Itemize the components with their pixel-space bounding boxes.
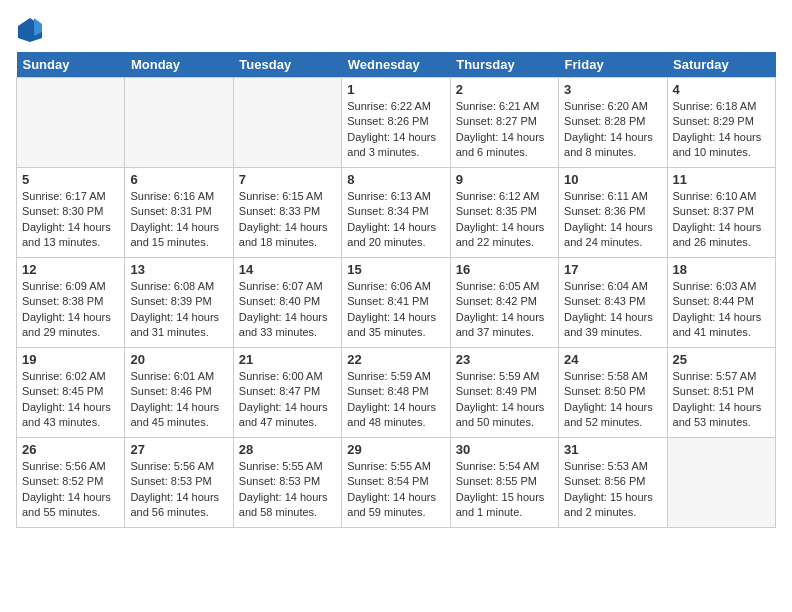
calendar-cell [667, 438, 775, 528]
daylight-label: Daylight: 14 hours and 39 minutes. [564, 311, 653, 338]
sunrise-label: Sunrise: 5:53 AM [564, 460, 648, 472]
day-info: Sunrise: 6:04 AMSunset: 8:43 PMDaylight:… [564, 279, 661, 341]
day-number: 24 [564, 352, 661, 367]
sunrise-label: Sunrise: 6:15 AM [239, 190, 323, 202]
week-row-1: 1Sunrise: 6:22 AMSunset: 8:26 PMDaylight… [17, 78, 776, 168]
day-number: 16 [456, 262, 553, 277]
sunset-label: Sunset: 8:53 PM [239, 475, 320, 487]
daylight-label: Daylight: 14 hours and 22 minutes. [456, 221, 545, 248]
daylight-label: Daylight: 14 hours and 10 minutes. [673, 131, 762, 158]
sunrise-label: Sunrise: 5:55 AM [347, 460, 431, 472]
day-number: 20 [130, 352, 227, 367]
sunset-label: Sunset: 8:44 PM [673, 295, 754, 307]
sunset-label: Sunset: 8:30 PM [22, 205, 103, 217]
day-number: 11 [673, 172, 770, 187]
day-number: 30 [456, 442, 553, 457]
calendar-cell: 30Sunrise: 5:54 AMSunset: 8:55 PMDayligh… [450, 438, 558, 528]
sunrise-label: Sunrise: 6:12 AM [456, 190, 540, 202]
sunset-label: Sunset: 8:45 PM [22, 385, 103, 397]
day-info: Sunrise: 6:15 AMSunset: 8:33 PMDaylight:… [239, 189, 336, 251]
day-number: 22 [347, 352, 444, 367]
calendar-cell: 21Sunrise: 6:00 AMSunset: 8:47 PMDayligh… [233, 348, 341, 438]
calendar-cell: 20Sunrise: 6:01 AMSunset: 8:46 PMDayligh… [125, 348, 233, 438]
sunset-label: Sunset: 8:27 PM [456, 115, 537, 127]
header [16, 16, 776, 44]
calendar-cell: 24Sunrise: 5:58 AMSunset: 8:50 PMDayligh… [559, 348, 667, 438]
sunrise-label: Sunrise: 6:17 AM [22, 190, 106, 202]
day-number: 19 [22, 352, 119, 367]
daylight-label: Daylight: 14 hours and 45 minutes. [130, 401, 219, 428]
daylight-label: Daylight: 14 hours and 56 minutes. [130, 491, 219, 518]
day-info: Sunrise: 6:09 AMSunset: 8:38 PMDaylight:… [22, 279, 119, 341]
day-number: 23 [456, 352, 553, 367]
calendar-cell: 29Sunrise: 5:55 AMSunset: 8:54 PMDayligh… [342, 438, 450, 528]
calendar-cell: 15Sunrise: 6:06 AMSunset: 8:41 PMDayligh… [342, 258, 450, 348]
calendar-cell: 8Sunrise: 6:13 AMSunset: 8:34 PMDaylight… [342, 168, 450, 258]
daylight-label: Daylight: 14 hours and 13 minutes. [22, 221, 111, 248]
day-number: 14 [239, 262, 336, 277]
day-info: Sunrise: 5:57 AMSunset: 8:51 PMDaylight:… [673, 369, 770, 431]
calendar-cell: 16Sunrise: 6:05 AMSunset: 8:42 PMDayligh… [450, 258, 558, 348]
day-header-tuesday: Tuesday [233, 52, 341, 78]
calendar-table: SundayMondayTuesdayWednesdayThursdayFrid… [16, 52, 776, 528]
sunset-label: Sunset: 8:38 PM [22, 295, 103, 307]
day-info: Sunrise: 5:55 AMSunset: 8:53 PMDaylight:… [239, 459, 336, 521]
daylight-label: Daylight: 14 hours and 48 minutes. [347, 401, 436, 428]
sunrise-label: Sunrise: 6:01 AM [130, 370, 214, 382]
daylight-label: Daylight: 14 hours and 35 minutes. [347, 311, 436, 338]
sunrise-label: Sunrise: 6:10 AM [673, 190, 757, 202]
sunset-label: Sunset: 8:42 PM [456, 295, 537, 307]
day-number: 9 [456, 172, 553, 187]
daylight-label: Daylight: 14 hours and 59 minutes. [347, 491, 436, 518]
day-header-wednesday: Wednesday [342, 52, 450, 78]
day-info: Sunrise: 6:02 AMSunset: 8:45 PMDaylight:… [22, 369, 119, 431]
calendar-cell: 4Sunrise: 6:18 AMSunset: 8:29 PMDaylight… [667, 78, 775, 168]
day-number: 7 [239, 172, 336, 187]
day-number: 8 [347, 172, 444, 187]
sunrise-label: Sunrise: 6:00 AM [239, 370, 323, 382]
calendar-cell: 14Sunrise: 6:07 AMSunset: 8:40 PMDayligh… [233, 258, 341, 348]
sunset-label: Sunset: 8:40 PM [239, 295, 320, 307]
day-info: Sunrise: 6:08 AMSunset: 8:39 PMDaylight:… [130, 279, 227, 341]
day-info: Sunrise: 5:53 AMSunset: 8:56 PMDaylight:… [564, 459, 661, 521]
day-info: Sunrise: 5:54 AMSunset: 8:55 PMDaylight:… [456, 459, 553, 521]
calendar-cell: 26Sunrise: 5:56 AMSunset: 8:52 PMDayligh… [17, 438, 125, 528]
sunset-label: Sunset: 8:33 PM [239, 205, 320, 217]
sunset-label: Sunset: 8:53 PM [130, 475, 211, 487]
day-number: 10 [564, 172, 661, 187]
day-number: 5 [22, 172, 119, 187]
daylight-label: Daylight: 14 hours and 18 minutes. [239, 221, 328, 248]
daylight-label: Daylight: 14 hours and 8 minutes. [564, 131, 653, 158]
day-info: Sunrise: 6:13 AMSunset: 8:34 PMDaylight:… [347, 189, 444, 251]
sunrise-label: Sunrise: 6:18 AM [673, 100, 757, 112]
sunrise-label: Sunrise: 5:55 AM [239, 460, 323, 472]
calendar-cell: 10Sunrise: 6:11 AMSunset: 8:36 PMDayligh… [559, 168, 667, 258]
sunset-label: Sunset: 8:55 PM [456, 475, 537, 487]
day-header-sunday: Sunday [17, 52, 125, 78]
sunset-label: Sunset: 8:34 PM [347, 205, 428, 217]
day-number: 28 [239, 442, 336, 457]
day-info: Sunrise: 6:20 AMSunset: 8:28 PMDaylight:… [564, 99, 661, 161]
calendar-cell: 3Sunrise: 6:20 AMSunset: 8:28 PMDaylight… [559, 78, 667, 168]
day-info: Sunrise: 6:00 AMSunset: 8:47 PMDaylight:… [239, 369, 336, 431]
day-info: Sunrise: 6:03 AMSunset: 8:44 PMDaylight:… [673, 279, 770, 341]
sunset-label: Sunset: 8:41 PM [347, 295, 428, 307]
sunrise-label: Sunrise: 6:11 AM [564, 190, 648, 202]
daylight-label: Daylight: 14 hours and 20 minutes. [347, 221, 436, 248]
day-info: Sunrise: 6:06 AMSunset: 8:41 PMDaylight:… [347, 279, 444, 341]
daylight-label: Daylight: 14 hours and 33 minutes. [239, 311, 328, 338]
logo-icon [16, 16, 44, 44]
sunrise-label: Sunrise: 6:16 AM [130, 190, 214, 202]
sunrise-label: Sunrise: 6:22 AM [347, 100, 431, 112]
day-info: Sunrise: 5:56 AMSunset: 8:53 PMDaylight:… [130, 459, 227, 521]
calendar-cell: 19Sunrise: 6:02 AMSunset: 8:45 PMDayligh… [17, 348, 125, 438]
day-info: Sunrise: 6:22 AMSunset: 8:26 PMDaylight:… [347, 99, 444, 161]
sunrise-label: Sunrise: 6:08 AM [130, 280, 214, 292]
day-number: 6 [130, 172, 227, 187]
sunset-label: Sunset: 8:28 PM [564, 115, 645, 127]
daylight-label: Daylight: 14 hours and 55 minutes. [22, 491, 111, 518]
daylight-label: Daylight: 14 hours and 15 minutes. [130, 221, 219, 248]
daylight-label: Daylight: 15 hours and 1 minute. [456, 491, 545, 518]
days-header-row: SundayMondayTuesdayWednesdayThursdayFrid… [17, 52, 776, 78]
sunset-label: Sunset: 8:36 PM [564, 205, 645, 217]
